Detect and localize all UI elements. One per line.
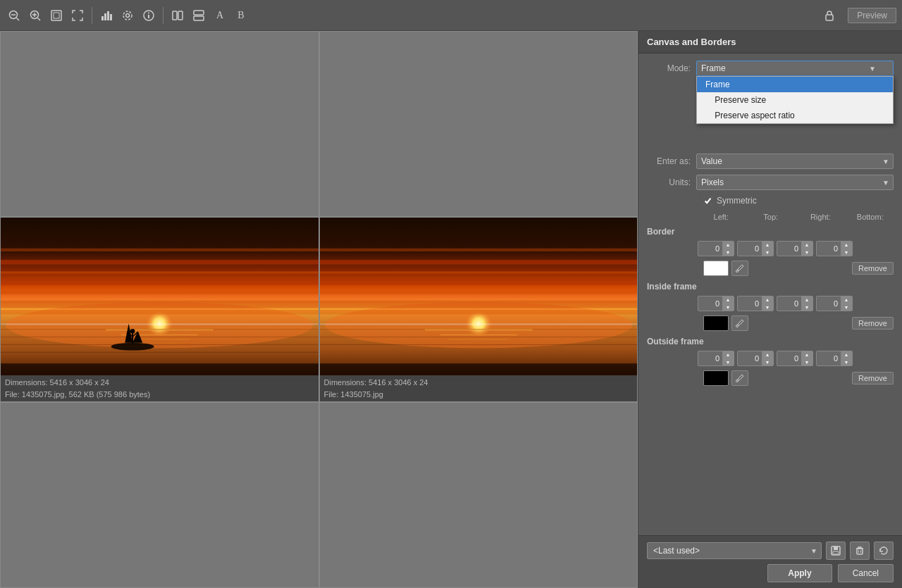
fullscreen-icon[interactable] [69,7,86,24]
outside-frame-remove-button[interactable]: Remove [852,372,894,384]
svg-rect-39 [1,329,319,330]
cancel-button[interactable]: Cancel [838,564,894,582]
outside-top-input[interactable] [738,354,762,363]
units-row: Units: Pixels ▼ [647,175,894,190]
inside-bottom-input[interactable] [817,299,841,308]
delete-preset-button[interactable] [850,542,870,560]
compare-h-icon[interactable] [190,7,207,24]
border-bottom-down[interactable]: ▼ [841,249,852,256]
lock-icon[interactable] [821,7,838,24]
border-left-spinners: ▲ ▼ [722,241,734,256]
border-remove-button[interactable]: Remove [852,262,894,275]
compare-v-icon[interactable] [169,7,186,24]
border-top-up[interactable]: ▲ [762,241,773,249]
outside-right-down[interactable]: ▼ [801,358,813,366]
inside-bottom-up[interactable]: ▲ [841,296,852,304]
outside-left-input[interactable] [698,354,722,363]
border-left-down[interactable]: ▼ [722,249,734,256]
enter-as-label: Enter as: [647,156,696,166]
border-right-up[interactable]: ▲ [801,241,813,249]
border-left-up[interactable]: ▲ [722,241,734,249]
outside-frame-color-swatch[interactable] [703,370,729,386]
inside-right-up[interactable]: ▲ [801,296,813,304]
inside-right-input[interactable] [777,299,801,308]
col-right-header: Right: [797,213,844,221]
info-icon[interactable] [140,7,157,24]
border-top-input[interactable] [738,244,762,253]
outside-bottom-down[interactable]: ▼ [841,358,852,366]
zoom-in-icon[interactable] [27,7,44,24]
zoom-out-icon[interactable] [6,7,23,24]
units-select[interactable]: Pixels [696,175,894,190]
inside-frame-remove-button[interactable]: Remove [852,317,894,330]
svg-line-1 [17,18,20,20]
symmetric-label[interactable]: Symmetric [717,196,757,206]
col-bottom-header: Bottom: [847,213,894,221]
apply-button[interactable]: Apply [767,564,832,582]
inside-left-input[interactable] [698,299,722,308]
inside-top-up[interactable]: ▲ [762,296,773,304]
inside-top-input[interactable] [738,299,762,308]
svg-point-13 [126,13,130,17]
outside-right-input[interactable] [777,354,801,363]
outside-bottom-up[interactable]: ▲ [841,351,852,358]
type-b-icon[interactable]: B [233,7,249,24]
border-right-spinners: ▲ ▼ [801,241,813,256]
inside-bottom-down[interactable]: ▼ [841,304,852,311]
border-bottom-input[interactable] [817,244,841,253]
outside-right-up[interactable]: ▲ [801,351,813,358]
inside-input-left: ▲ ▼ [698,296,734,311]
border-color-swatch[interactable] [703,261,729,276]
svg-rect-21 [194,16,204,20]
border-top-down[interactable]: ▼ [762,249,773,256]
fit-icon[interactable] [48,7,65,24]
svg-rect-87 [857,549,863,554]
save-preset-button[interactable] [826,542,846,560]
inside-top-down[interactable]: ▼ [762,304,773,311]
svg-rect-10 [104,13,106,20]
border-right-input[interactable] [777,244,801,253]
symmetric-checkbox[interactable] [703,196,712,206]
mode-dropdown-trigger[interactable]: Frame ▼ [696,61,894,76]
enter-as-select[interactable]: Value [696,154,894,169]
inside-frame-color-swatch[interactable] [703,315,729,331]
outside-bottom-input[interactable] [817,354,841,363]
inside-left-down[interactable]: ▼ [722,304,734,311]
border-right-down[interactable]: ▼ [801,249,813,256]
preset-select[interactable]: <Last used> [647,542,822,559]
svg-point-82 [736,325,739,327]
outside-frame-eyedropper-button[interactable] [731,370,748,386]
inside-right-spinners: ▲ ▼ [801,296,813,311]
svg-rect-65 [447,339,509,339]
svg-rect-56 [320,260,638,265]
outside-frame-section-label: Outside frame [647,337,894,346]
outside-left-up[interactable]: ▲ [722,351,734,358]
type-a-icon[interactable]: A [211,7,228,24]
svg-rect-86 [833,551,839,554]
inside-frame-eyedropper-button[interactable] [731,315,748,331]
reset-preset-button[interactable] [874,542,894,560]
outside-top-down[interactable]: ▼ [762,358,773,366]
mode-option-preserve-size[interactable]: Preserve size [697,92,893,108]
inside-frame-color-row: Remove [703,315,894,331]
outside-left-down[interactable]: ▼ [722,358,734,366]
border-left-input[interactable] [698,244,722,253]
histogram-icon[interactable] [98,7,115,24]
inside-left-up[interactable]: ▲ [722,296,734,304]
border-eyedropper-button[interactable] [731,261,748,276]
border-bottom-up[interactable]: ▲ [841,241,852,249]
outside-top-up[interactable]: ▲ [762,351,773,358]
border-input-top: ▲ ▼ [737,241,774,256]
svg-rect-59 [320,290,638,294]
mode-option-frame[interactable]: Frame [697,77,893,92]
outside-frame-inputs-row: ▲ ▼ ▲ ▼ ▲ [647,351,894,366]
grid-cell-2-1: Dimensions: 5416 x 3046 x 24 File: 14350… [0,217,319,403]
inside-right-down[interactable]: ▼ [801,304,813,311]
settings-icon[interactable] [119,7,136,24]
grid-cell-1-2 [319,31,638,217]
preset-select-wrapper: <Last used> ▼ [647,542,822,559]
mode-option-preserve-aspect[interactable]: Preserve aspect ratio [697,108,893,123]
svg-rect-41 [1,344,319,345]
preview-button[interactable]: Preview [848,8,896,23]
grid-cell-3-1 [0,402,319,588]
